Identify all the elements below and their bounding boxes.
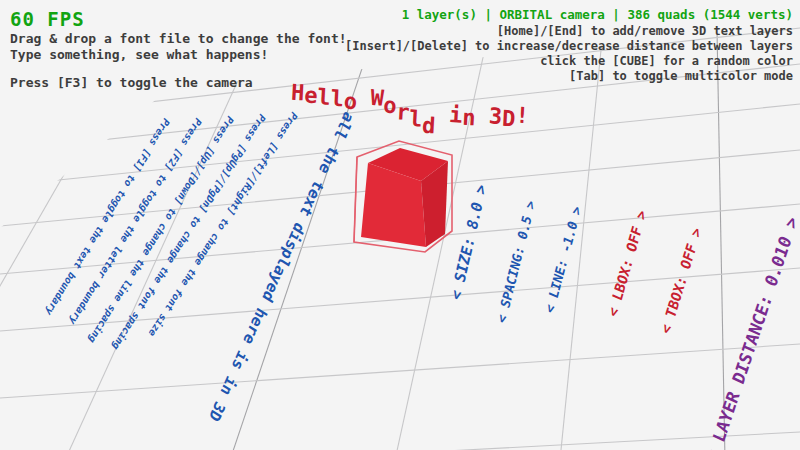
cube-wireframe-edge [354, 157, 357, 242]
instruction-camera: Press [F3] to toggle the camera [10, 75, 253, 90]
app-viewport: Press [F1] to toggle the text boundary P… [0, 0, 800, 450]
help-cube-color: click the [CUBE] for a random color [540, 54, 793, 68]
cube[interactable] [340, 130, 470, 265]
fps-counter: 60 FPS [10, 8, 85, 30]
render-stats: 1 layer(s) | ORBITAL camera | 386 quads … [402, 7, 793, 22]
help-distance: [Insert]/[Delete] to increase/decrease d… [345, 39, 793, 53]
instruction-drag-drop: Drag & drop a font file to change the fo… [10, 31, 347, 46]
instruction-type: Type something, see what happens! [10, 47, 268, 62]
help-multicolor: [Tab] to toggle multicolor mode [569, 69, 793, 83]
help-layers: [Home]/[End] to add/remove 3D text layer… [497, 24, 793, 38]
